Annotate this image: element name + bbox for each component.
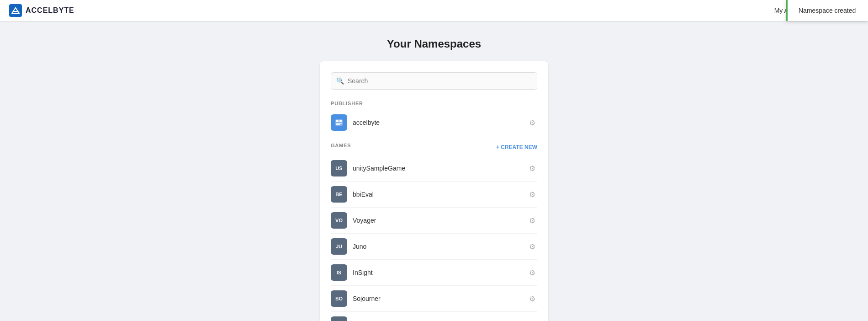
game-settings-icon[interactable]: ⚙ — [527, 319, 537, 321]
game-avatar: BE — [331, 186, 347, 203]
game-item-left: US unitySampleGame — [331, 160, 405, 177]
game-name: bbiEval — [353, 191, 374, 198]
svg-rect-5 — [336, 124, 340, 125]
game-settings-icon[interactable]: ⚙ — [527, 241, 537, 253]
game-item[interactable]: BE bbiEval ⚙ — [331, 182, 537, 208]
game-item-left: MA Mariner — [331, 316, 374, 321]
publisher-item[interactable]: accelbyte ⚙ — [331, 110, 537, 135]
publisher-item-left: accelbyte — [331, 114, 380, 131]
game-avatar: US — [331, 160, 347, 177]
toast-message: Namespace created — [799, 7, 856, 14]
namespace-created-toast: Namespace created — [786, 0, 868, 21]
games-list: US unitySampleGame ⚙ BE bbiEval ⚙ VO Voy… — [331, 155, 537, 321]
game-avatar: JU — [331, 238, 347, 255]
navbar: ACCELBYTE My Account ▾ English ▾ — [0, 0, 868, 21]
game-name: Juno — [353, 243, 366, 250]
page-title: Your Namespaces — [387, 37, 481, 50]
games-section: GAMES + CREATE NEW US unitySampleGame ⚙ … — [331, 143, 537, 321]
search-input[interactable] — [331, 72, 537, 90]
game-item-left: SO Sojourner — [331, 290, 381, 307]
svg-rect-3 — [339, 120, 342, 122]
svg-rect-2 — [336, 120, 339, 122]
search-icon: 🔍 — [336, 77, 344, 85]
game-item[interactable]: IS InSight ⚙ — [331, 260, 537, 286]
game-settings-icon[interactable]: ⚙ — [527, 188, 537, 201]
game-settings-icon[interactable]: ⚙ — [527, 214, 537, 227]
publisher-logo-icon — [334, 118, 344, 127]
game-avatar: SO — [331, 290, 347, 307]
svg-rect-0 — [9, 4, 22, 17]
game-item[interactable]: VO Voyager ⚙ — [331, 208, 537, 234]
game-name: Voyager — [353, 217, 376, 224]
namespaces-card: 🔍 PUBLISHER accelbyte — [320, 61, 548, 321]
accelbyte-logo-icon — [9, 4, 22, 17]
publisher-avatar — [331, 114, 347, 131]
game-settings-icon[interactable]: ⚙ — [527, 162, 537, 175]
game-name: Sojourner — [353, 295, 381, 302]
game-name: unitySampleGame — [353, 165, 405, 172]
game-item-left: BE bbiEval — [331, 186, 374, 203]
games-label: GAMES — [331, 143, 351, 148]
publisher-section: PUBLISHER accelbyte ⚙ — [331, 101, 537, 135]
game-item-left: JU Juno — [331, 238, 366, 255]
create-new-button[interactable]: + CREATE NEW — [496, 144, 537, 150]
game-item-left: VO Voyager — [331, 212, 376, 229]
brand-name: ACCELBYTE — [26, 6, 74, 15]
games-section-header: GAMES + CREATE NEW — [331, 143, 537, 152]
main-content: Your Namespaces 🔍 PUBLISHER — [0, 0, 868, 321]
publisher-settings-icon[interactable]: ⚙ — [527, 117, 537, 129]
game-item[interactable]: US unitySampleGame ⚙ — [331, 155, 537, 182]
svg-rect-4 — [336, 123, 342, 124]
publisher-name: accelbyte — [353, 119, 380, 126]
publisher-label: PUBLISHER — [331, 101, 537, 106]
brand-logo[interactable]: ACCELBYTE — [9, 4, 74, 17]
game-settings-icon[interactable]: ⚙ — [527, 293, 537, 305]
game-settings-icon[interactable]: ⚙ — [527, 267, 537, 279]
game-avatar: IS — [331, 264, 347, 281]
game-item-left: IS InSight — [331, 264, 373, 281]
game-avatar: MA — [331, 316, 347, 321]
game-item[interactable]: SO Sojourner ⚙ — [331, 286, 537, 312]
search-wrapper: 🔍 — [331, 72, 537, 90]
game-avatar: VO — [331, 212, 347, 229]
game-item[interactable]: JU Juno ⚙ — [331, 234, 537, 260]
game-name: InSight — [353, 269, 373, 276]
game-item[interactable]: MA Mariner ⚙ — [331, 312, 537, 321]
